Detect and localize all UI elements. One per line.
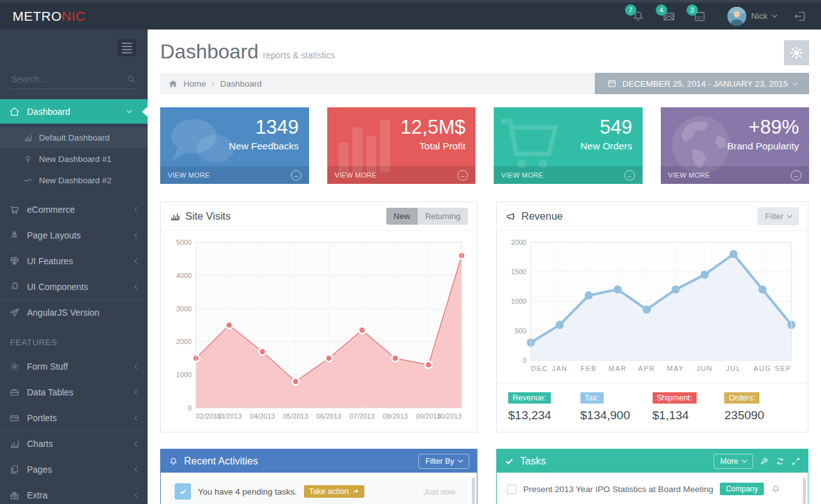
svg-text:1000: 1000 — [177, 371, 192, 378]
date-range-picker[interactable]: DECEMBER 25, 2014 - JANUARY 23, 2015 — [595, 73, 809, 94]
chevron-left-icon — [134, 416, 139, 421]
shipment-stat-value: $1,134 — [653, 409, 725, 422]
revenue-stat: Revenue: $13,234 — [508, 392, 580, 422]
sidebar-item-angularjs[interactable]: AngularJS Version — [0, 299, 148, 325]
sidebar-item-data-tables[interactable]: Data Tables — [0, 379, 148, 405]
gear-icon — [789, 45, 804, 60]
sidebar-toggler[interactable] — [117, 39, 136, 56]
sidebar-item-page-layouts[interactable]: Page Layouts — [0, 222, 148, 248]
bell-icon — [168, 456, 178, 466]
gear-icon — [9, 361, 20, 372]
scrollbar[interactable] — [472, 478, 475, 504]
todo-button[interactable]: 3 — [693, 9, 707, 23]
revenue-chart: 0500100015002000DECJANFEBMARAPRMAYJUNJUL… — [506, 237, 799, 378]
app-logo[interactable]: METRONIC — [0, 9, 148, 24]
svg-text:MAY: MAY — [667, 365, 685, 372]
chevron-left-icon — [134, 259, 139, 264]
sidebar-subitem-default-dashboard[interactable]: Default Dashboard — [0, 127, 148, 148]
trend-line-icon — [23, 176, 33, 185]
task-text: Present 2013 Year IPO Statistics at Boar… — [523, 485, 713, 494]
more-button[interactable]: More — [714, 454, 753, 469]
inbox-button[interactable]: 4 — [662, 9, 676, 23]
svg-text:DEC: DEC — [531, 365, 548, 372]
scrollbar[interactable] — [803, 478, 806, 504]
sidebar-section-features: FEATURES — [0, 325, 148, 353]
chevron-down-icon — [772, 13, 777, 18]
revenue-filter-button[interactable]: Filter — [758, 207, 799, 225]
user-menu[interactable]: Nick — [727, 7, 776, 26]
svg-text:2000: 2000 — [511, 239, 526, 246]
calendar-icon — [607, 78, 617, 88]
refresh-icon[interactable] — [776, 457, 785, 466]
sidebar-item-ui-features[interactable]: UI Features — [0, 248, 148, 274]
stat-card-feedbacks[interactable]: 1349 New Feedbacks VIEW MORE→ — [160, 107, 309, 184]
arrow-right-icon: → — [624, 170, 635, 181]
recent-activities-body: You have 4 pending tasks. Take action Ju… — [161, 473, 477, 504]
visits-toggle-group: New Returning — [386, 208, 468, 225]
sidebar-subitem-new-dashboard-2[interactable]: New Dashboard #2 — [0, 169, 148, 191]
stat-label: New Feedbacks — [170, 141, 299, 152]
svg-text:500: 500 — [515, 327, 526, 335]
task-badge: Company — [720, 483, 763, 495]
page-settings-button[interactable] — [784, 40, 809, 65]
sidebar-item-ecommerce[interactable]: eCommerce — [0, 196, 148, 222]
activity-item[interactable]: You have 4 pending tasks. Take action Ju… — [168, 478, 468, 504]
filter-by-button[interactable]: Filter By — [418, 454, 469, 469]
page-title: Dashboardreports & statistics — [160, 40, 335, 63]
recent-activities-title: Recent Activities — [168, 456, 258, 467]
arrow-right-icon: → — [791, 170, 802, 181]
sidebar-item-label: Dashboard — [27, 107, 70, 117]
puzzle-icon — [9, 281, 20, 292]
view-more-button[interactable]: VIEW MORE→ — [327, 166, 476, 184]
search-input[interactable] — [10, 70, 138, 88]
svg-text:1000: 1000 — [511, 298, 526, 305]
svg-text:JUN: JUN — [697, 365, 713, 372]
user-name: Nick — [751, 11, 768, 21]
sidebar-item-extra[interactable]: Extra — [0, 482, 148, 504]
paper-plane-icon — [9, 307, 20, 318]
chevron-down-icon — [787, 213, 792, 218]
sidebar-item-ui-components[interactable]: UI Components — [0, 274, 148, 299]
breadcrumb-home[interactable]: Home — [183, 79, 206, 88]
sidebar-item-form-stuff[interactable]: Form Stuff — [0, 353, 148, 379]
view-more-button[interactable]: VIEW MORE→ — [494, 166, 643, 184]
chart-bars-icon — [23, 133, 33, 142]
wrench-icon[interactable] — [760, 457, 769, 466]
svg-text:0: 0 — [188, 404, 192, 412]
view-more-button[interactable]: VIEW MORE→ — [661, 166, 810, 184]
rocket-icon — [9, 230, 20, 241]
stat-card-popularity[interactable]: +89% Brand Popularity VIEW MORE→ — [661, 107, 810, 184]
page-subtitle: reports & statistics — [263, 50, 335, 60]
logout-button[interactable] — [793, 9, 807, 23]
revenue-stats: Revenue: $13,234 Tax: $134,900 Shipment:… — [497, 383, 808, 422]
svg-text:JUL: JUL — [726, 365, 741, 372]
sidebar-item-charts[interactable]: Charts — [0, 431, 148, 456]
sidebar-item-portlets[interactable]: Portlets — [0, 405, 148, 431]
svg-text:APR: APR — [638, 365, 655, 372]
notifications-button[interactable]: 7 — [631, 9, 645, 23]
chevron-down-icon — [458, 458, 463, 463]
svg-text:1500: 1500 — [511, 268, 526, 276]
sidebar: Dashboard Default Dashboard New Dashboar… — [0, 29, 148, 504]
bar-chart-icon — [170, 211, 180, 222]
task-item[interactable]: Present 2013 Year IPO Statistics at Boar… — [497, 473, 808, 495]
view-more-button[interactable]: VIEW MORE→ — [160, 166, 309, 184]
sidebar-item-pages[interactable]: Pages — [0, 456, 148, 482]
expand-icon[interactable] — [791, 457, 800, 466]
breadcrumb-separator: › — [212, 79, 215, 88]
task-checkbox[interactable] — [507, 485, 516, 494]
svg-text:JAN: JAN — [552, 365, 567, 372]
toggle-returning-button[interactable]: Returning — [418, 208, 468, 225]
sidebar-item-dashboard[interactable]: Dashboard — [0, 99, 148, 124]
stat-card-orders[interactable]: 549 New Orders VIEW MORE→ — [494, 107, 643, 184]
sidebar-item-label: eCommerce — [27, 205, 75, 215]
sidebar-item-label: Page Layouts — [27, 230, 81, 240]
stat-card-profit[interactable]: 12,5M$ Total Profit VIEW MORE→ — [327, 107, 476, 184]
toggle-new-button[interactable]: New — [386, 208, 418, 225]
tasks-portlet: Tasks More Present 2013 Year IPO Statist… — [496, 449, 808, 504]
stat-value: 12,5M$ — [337, 116, 466, 139]
take-action-button[interactable]: Take action — [304, 485, 364, 498]
chevron-left-icon — [134, 493, 139, 498]
sidebar-subitem-new-dashboard-1[interactable]: New Dashboard #1 — [0, 148, 148, 169]
bell-icon[interactable] — [771, 484, 781, 494]
